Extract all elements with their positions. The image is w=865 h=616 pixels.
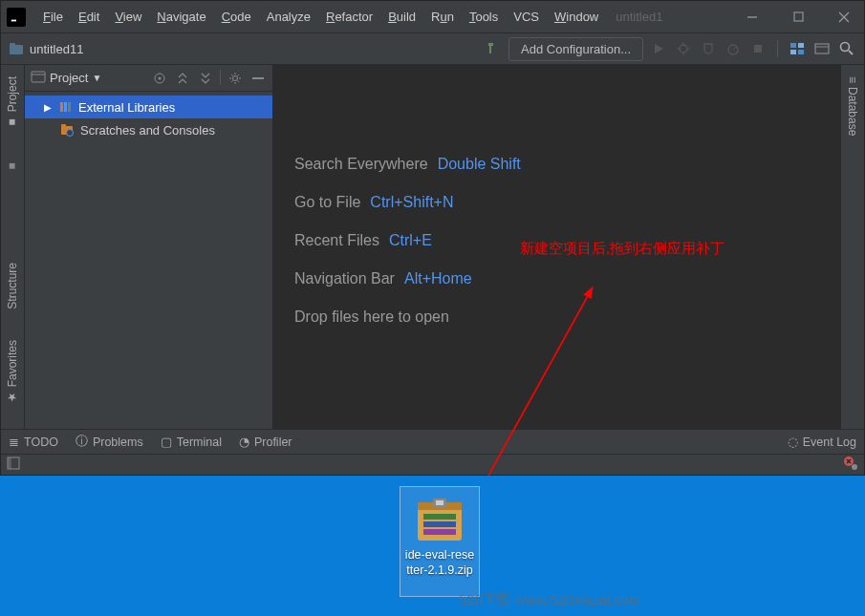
divider	[220, 70, 221, 85]
stop-icon[interactable]	[748, 39, 768, 58]
rail-database[interactable]: ≡Database	[846, 71, 859, 141]
svg-rect-16	[790, 43, 796, 48]
svg-rect-34	[61, 124, 66, 127]
window-title: untitled1	[616, 10, 662, 24]
svg-point-27	[159, 76, 162, 79]
scratches-icon	[59, 122, 75, 138]
svg-rect-15	[754, 45, 762, 53]
tab-terminal[interactable]: ▢Terminal	[161, 435, 222, 449]
tree-item-label: External Libraries	[78, 100, 175, 115]
svg-point-40	[852, 464, 857, 470]
profiler-icon: ◔	[239, 435, 249, 449]
hint-search: Search EverywhereDouble Shift	[294, 156, 840, 173]
titlebar: File Edit View Navigate Code Analyze Ref…	[1, 1, 864, 33]
tab-todo[interactable]: ≣TODO	[9, 435, 58, 449]
svg-point-22	[841, 43, 850, 52]
watermark-text: 520下载 www.520xiazai.com	[459, 591, 641, 609]
svg-point-28	[233, 75, 238, 80]
svg-rect-24	[32, 72, 45, 82]
svg-rect-0	[10, 11, 23, 24]
left-tool-rail: ■Project ■ Structure ★Favorites	[1, 65, 25, 429]
breadcrumb[interactable]: untitled11	[30, 42, 83, 56]
todo-icon: ≣	[9, 435, 19, 449]
right-tool-rail: ≡Database	[840, 65, 864, 429]
menu-edit[interactable]: Edit	[71, 6, 107, 28]
debug-icon[interactable]	[674, 39, 693, 58]
find-action-icon[interactable]	[812, 39, 832, 58]
main-body: ■Project ■ Structure ★Favorites Project▼	[1, 65, 864, 429]
menu-refactor[interactable]: Refactor	[318, 6, 380, 28]
libraries-icon	[57, 99, 73, 115]
status-error-icon[interactable]	[843, 456, 858, 474]
search-icon[interactable]	[837, 39, 856, 58]
svg-rect-18	[790, 50, 796, 54]
svg-rect-7	[10, 43, 15, 47]
rail-bookmarks-icon[interactable]: ■	[6, 154, 19, 179]
menu-vcs[interactable]: VCS	[506, 6, 547, 28]
menu-window[interactable]: Window	[547, 6, 606, 28]
svg-rect-29	[252, 77, 264, 79]
project-tree: ▶ External Libraries Scratches and Conso…	[25, 92, 272, 429]
svg-rect-30	[60, 102, 63, 112]
hint-navbar: Navigation BarAlt+Home	[294, 270, 840, 287]
rail-project[interactable]: ■Project	[6, 71, 19, 135]
tree-item-label: Scratches and Consoles	[80, 123, 215, 138]
expand-all-icon[interactable]	[174, 70, 191, 87]
menu-code[interactable]: Code	[214, 6, 259, 28]
editor-empty-area[interactable]: Search EverywhereDouble Shift Go to File…	[273, 65, 840, 429]
svg-point-35	[67, 130, 74, 137]
menu-run[interactable]: Run	[423, 6, 462, 28]
tree-scratches[interactable]: Scratches and Consoles	[25, 118, 272, 141]
menu-tools[interactable]: Tools	[462, 6, 506, 28]
add-configuration-button[interactable]: Add Configuration...	[508, 37, 643, 61]
desktop-zip-file[interactable]: ide-eval-resetter-2.1.9.zip	[400, 486, 480, 597]
menu-navigate[interactable]: Navigate	[149, 6, 213, 28]
annotation-text: 新建空项目后,拖到右侧应用补丁	[520, 240, 724, 258]
run-icon[interactable]	[649, 39, 668, 58]
svg-rect-17	[798, 43, 804, 48]
zip-archive-icon	[412, 495, 467, 546]
terminal-icon: ▢	[161, 435, 172, 449]
menu-file[interactable]: File	[35, 6, 71, 28]
menu-view[interactable]: View	[107, 6, 149, 28]
rail-favorites[interactable]: ★Favorites	[6, 334, 19, 410]
svg-rect-47	[436, 500, 443, 505]
panel-title[interactable]: Project▼	[50, 71, 101, 85]
coverage-icon[interactable]	[699, 39, 718, 58]
svg-rect-38	[8, 457, 11, 469]
locate-icon[interactable]	[151, 70, 168, 87]
profiler-toolbar-icon[interactable]	[724, 39, 743, 58]
hide-panel-icon[interactable]	[249, 70, 267, 87]
svg-rect-31	[64, 102, 67, 112]
collapse-all-icon[interactable]	[197, 70, 214, 87]
rail-structure[interactable]: Structure	[6, 257, 19, 315]
ide-window: File Edit View Navigate Code Analyze Ref…	[0, 0, 865, 476]
svg-rect-1	[11, 19, 16, 21]
status-bar	[1, 454, 864, 475]
close-button[interactable]	[830, 3, 858, 32]
navigation-bar: untitled11 Add Configuration...	[1, 33, 864, 65]
project-panel: Project▼ ▶ External Libraries	[25, 65, 273, 429]
tab-problems[interactable]: ⓘProblems	[76, 434, 143, 450]
build-hammer-icon[interactable]	[484, 39, 503, 59]
svg-rect-45	[423, 529, 456, 535]
tree-external-libraries[interactable]: ▶ External Libraries	[25, 96, 272, 118]
panel-header: Project▼	[25, 65, 272, 92]
tab-profiler[interactable]: ◔Profiler	[239, 435, 292, 449]
maximize-button[interactable]	[784, 3, 812, 32]
settings-gear-icon[interactable]	[227, 70, 244, 87]
menu-analyze[interactable]: Analyze	[259, 6, 318, 28]
project-structure-icon[interactable]	[788, 39, 807, 58]
problems-icon: ⓘ	[76, 434, 88, 450]
toolwindow-toggle-icon[interactable]	[7, 457, 20, 474]
svg-rect-43	[423, 514, 456, 520]
svg-rect-20	[815, 44, 829, 53]
menu-build[interactable]: Build	[380, 6, 423, 28]
svg-rect-19	[798, 50, 804, 54]
svg-point-8	[680, 45, 687, 53]
svg-line-23	[849, 51, 853, 54]
app-logo	[7, 8, 26, 27]
project-view-icon	[31, 69, 46, 88]
minimize-button[interactable]	[738, 3, 767, 32]
tab-eventlog[interactable]: ◌Event Log	[788, 435, 856, 449]
